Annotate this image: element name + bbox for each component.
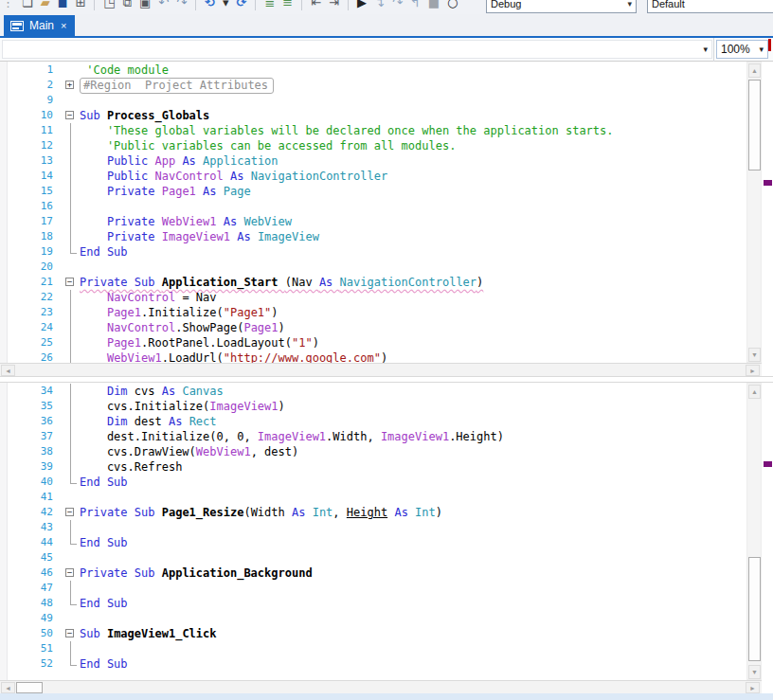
annotation-margin xyxy=(762,383,773,693)
debug-mode-dropdown[interactable]: Debug ▾ xyxy=(486,0,637,13)
code-line-22[interactable]: 22 NavControl = Nav xyxy=(0,290,746,305)
redo-icon[interactable]: ↷ xyxy=(176,0,187,14)
compile-debug-icon[interactable]: ⟲ xyxy=(205,0,215,14)
code-line-24[interactable]: 24 NavControl.ShowPage(Page1) xyxy=(0,320,746,335)
code-line-40[interactable]: 40End Sub xyxy=(0,475,746,490)
code-line-25[interactable]: 25 Page1.RootPanel.LoadLayout("1") xyxy=(0,335,746,350)
code-line-36[interactable]: 36 Dim dest As Rect xyxy=(0,414,746,429)
fold-toggle-icon[interactable]: − xyxy=(59,505,80,520)
undo-icon[interactable]: ↶ xyxy=(158,0,169,14)
uncomment-lines-icon[interactable]: ≡ xyxy=(282,0,293,14)
scroll-up-button[interactable]: ▲ xyxy=(748,385,761,399)
code-line-39[interactable]: 39 cvs.Refresh xyxy=(0,459,746,475)
scroll-up-button[interactable]: ▲ xyxy=(748,63,761,78)
code-line-18[interactable]: 18 Private ImageView1 As ImageView xyxy=(0,229,746,244)
step-into-icon[interactable]: ↴ xyxy=(374,0,385,14)
code-line-1[interactable]: 1 'Code module xyxy=(0,63,746,78)
code-text: cvs.Initialize(ImageView1) xyxy=(80,399,285,414)
fold-toggle-icon[interactable]: − xyxy=(59,108,80,123)
scroll-down-button[interactable]: ▼ xyxy=(748,665,761,679)
restart-icon[interactable]: ○ xyxy=(447,0,458,14)
layout-window-icon[interactable]: ▣ xyxy=(139,0,151,14)
fold-toggle-icon[interactable]: − xyxy=(59,565,80,581)
step-over-icon[interactable]: ↷ xyxy=(392,0,403,14)
pane-splitter[interactable] xyxy=(0,376,773,383)
code-line-34[interactable]: 34 Dim cvs As Canvas xyxy=(0,384,746,399)
scroll-right-button[interactable]: ► xyxy=(746,365,760,376)
code-line-12[interactable]: 12 'Public variables can be accessed fro… xyxy=(0,138,746,153)
code-line-20[interactable]: 20 xyxy=(0,260,746,275)
code-line-52[interactable]: 52End Sub xyxy=(0,656,746,672)
modules-icon[interactable]: ⧉ xyxy=(123,0,132,14)
fold-toggle-icon[interactable]: − xyxy=(59,626,80,641)
code-line-43[interactable]: 43 xyxy=(0,520,746,535)
code-line-10[interactable]: 10−Sub Process_Globals xyxy=(0,108,746,123)
indent-icon[interactable]: ⇥ xyxy=(329,0,339,14)
new-project-icon[interactable]: ❏ xyxy=(22,0,33,14)
scroll-left-button[interactable]: ◄ xyxy=(1,682,15,693)
save-all-icon[interactable]: ⊞ xyxy=(75,0,85,14)
scrollbar-thumb[interactable] xyxy=(16,682,43,693)
vertical-scrollbar[interactable]: ▲ ▼ xyxy=(746,62,762,363)
fold-toggle-icon[interactable]: − xyxy=(59,275,80,290)
line-number: 41 xyxy=(0,490,59,505)
code-line-2[interactable]: 2+#Region Project Attributes xyxy=(0,78,746,93)
horizontal-scrollbar[interactable]: ◄ ► xyxy=(0,363,762,376)
comment-lines-icon[interactable]: ≣ xyxy=(264,0,275,14)
code-line-48[interactable]: 48End Sub xyxy=(0,596,746,611)
scroll-down-button[interactable]: ▼ xyxy=(748,348,761,362)
run-icon[interactable]: ▶ xyxy=(357,0,367,14)
code-text: cvs.DrawView(WebView1, dest) xyxy=(80,444,298,459)
member-dropdown[interactable]: ▾ xyxy=(2,40,712,59)
code-line-26[interactable]: 26 WebView1.LoadUrl("http://www.google.c… xyxy=(0,350,746,363)
code-line-13[interactable]: 13 Public App As Application xyxy=(0,153,746,169)
vertical-scrollbar[interactable]: ▲ ▼ xyxy=(746,383,762,680)
horizontal-scrollbar[interactable]: ◄ ► xyxy=(0,680,762,693)
code-line-38[interactable]: 38 cvs.DrawView(WebView1, dest) xyxy=(0,444,746,459)
code-editor-bottom[interactable]: 34 Dim cvs As Canvas35 cvs.Initialize(Im… xyxy=(0,383,746,680)
code-line-50[interactable]: 50−Sub ImageView1_Click xyxy=(0,626,746,641)
code-line-49[interactable]: 49 xyxy=(0,611,746,626)
code-line-21[interactable]: 21−Private Sub Application_Start (Nav As… xyxy=(0,275,746,290)
tab-close-icon[interactable]: × xyxy=(61,20,66,31)
code-line-11[interactable]: 11 'These global variables will be decla… xyxy=(0,123,746,138)
compile-dropdown-arrow-icon[interactable]: ▾ xyxy=(223,0,229,14)
status-strip xyxy=(0,693,773,700)
stop-icon[interactable]: ■ xyxy=(428,0,440,14)
fold-toggle-icon[interactable]: + xyxy=(59,78,80,93)
fold-guide xyxy=(59,641,80,656)
outdent-icon[interactable]: ⇤ xyxy=(311,0,321,14)
compile-release-icon[interactable]: ⟳ xyxy=(237,0,247,14)
scrollbar-thumb[interactable] xyxy=(748,80,761,171)
code-pane-bottom: 34 Dim cvs As Canvas35 cvs.Initialize(Im… xyxy=(0,383,773,693)
code-editor-top[interactable]: 1 'Code module2+#Region Project Attribut… xyxy=(0,62,746,363)
step-out-icon[interactable]: ↰ xyxy=(410,0,421,14)
code-line-41[interactable]: 41 xyxy=(0,490,746,505)
scrollbar-thumb[interactable] xyxy=(748,557,761,661)
code-line-46[interactable]: 46−Private Sub Application_Background xyxy=(0,565,746,581)
code-line-35[interactable]: 35 cvs.Initialize(ImageView1) xyxy=(0,399,746,414)
code-line-47[interactable]: 47 xyxy=(0,581,746,596)
zoom-dropdown[interactable]: 100% ▾ xyxy=(716,40,768,59)
code-line-42[interactable]: 42−Private Sub Page1_Resize(Width As Int… xyxy=(0,505,746,520)
line-number: 37 xyxy=(0,429,59,444)
code-line-44[interactable]: 44End Sub xyxy=(0,535,746,550)
code-line-51[interactable]: 51 xyxy=(0,641,746,656)
code-line-15[interactable]: 15 Private Page1 As Page xyxy=(0,184,746,199)
scroll-right-button[interactable]: ► xyxy=(746,682,760,693)
tab-main[interactable]: Main × xyxy=(4,15,75,36)
open-project-icon[interactable]: ▰ xyxy=(41,0,50,14)
designer-window-icon[interactable]: ◳ xyxy=(103,0,115,14)
code-line-45[interactable]: 45 xyxy=(0,550,746,565)
code-line-9[interactable]: 9 xyxy=(0,93,746,108)
code-line-37[interactable]: 37 dest.Initialize(0, 0, ImageView1.Widt… xyxy=(0,429,746,444)
code-line-19[interactable]: 19End Sub xyxy=(0,244,746,260)
save-icon[interactable]: ◼ xyxy=(58,0,68,14)
code-text: End Sub xyxy=(80,596,128,611)
code-line-16[interactable]: 16 xyxy=(0,199,746,214)
build-configuration-dropdown[interactable]: Default ▾ xyxy=(647,0,773,13)
code-line-23[interactable]: 23 Page1.Initialize("Page1") xyxy=(0,305,746,320)
code-line-17[interactable]: 17 Private WebView1 As WebView xyxy=(0,214,746,229)
code-line-14[interactable]: 14 Public NavControl As NavigationContro… xyxy=(0,169,746,184)
scroll-left-button[interactable]: ◄ xyxy=(1,365,15,376)
